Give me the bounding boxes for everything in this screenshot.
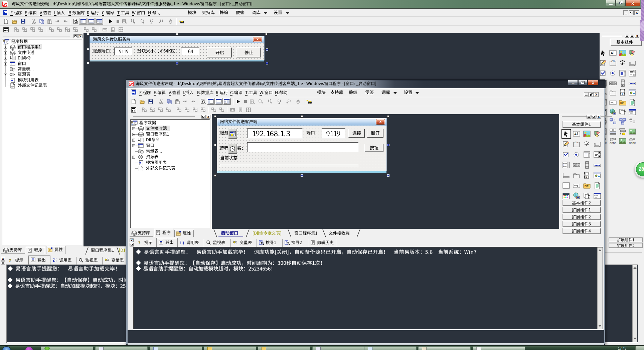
svg-text:e: e <box>4 41 5 44</box>
svg-text:?: ? <box>306 99 308 103</box>
svg-text:?: ? <box>9 258 11 263</box>
svg-text:ODBC: ODBC <box>610 142 616 144</box>
svg-text:A: A <box>611 51 613 55</box>
svg-text:DIR: DIR <box>620 102 624 104</box>
svg-text:e: e <box>132 122 133 126</box>
svg-text:1: 1 <box>622 93 623 95</box>
svg-text:ODBC: ODBC <box>629 142 636 144</box>
svg-text:?: ? <box>138 240 141 245</box>
svg-text:CN: CN <box>575 141 578 144</box>
svg-text:DIR: DIR <box>585 185 589 187</box>
svg-text:1: 1 <box>586 176 587 178</box>
svg-text:A: A <box>574 132 577 136</box>
svg-text:CN: CN <box>611 60 615 62</box>
svg-text:?: ? <box>179 19 181 23</box>
